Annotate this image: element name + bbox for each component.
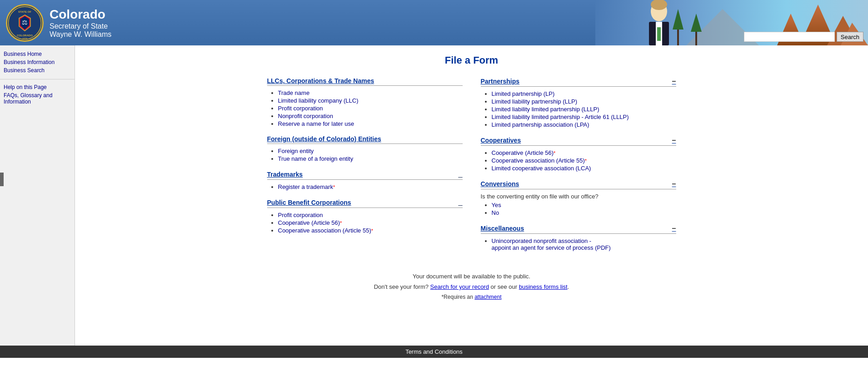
site-title: Colorado Secretary of State Wayne W. Wil… — [50, 7, 111, 39]
search-button[interactable]: Search — [837, 32, 863, 42]
site-header: STATE OF COLORADO 1876 ⚖ Colorado Secret… — [0, 0, 868, 45]
cooperatives-toggle: – — [672, 136, 676, 144]
state-seal: STATE OF COLORADO 1876 ⚖ — [5, 4, 44, 42]
llc-link[interactable]: Limited liability company (LLC) — [278, 97, 359, 104]
pb-profit-corp-link[interactable]: Profit corporation — [278, 212, 323, 218]
required-mark: * — [371, 228, 373, 233]
list-item: Profit corporation — [278, 105, 463, 112]
lllp61-link[interactable]: Limited liability limited partnership - … — [492, 114, 629, 120]
footer-note: Your document will be available to the p… — [93, 273, 850, 280]
nonprofit-link[interactable]: Nonprofit corporation — [278, 113, 333, 119]
svg-rect-10 — [677, 27, 679, 45]
list-item: Limited cooperative association (LCA) — [492, 165, 676, 172]
main-content: File a Form LLCs, Corporations & Trade N… — [75, 45, 868, 346]
pb-coop56-link[interactable]: Cooperative (Article 56)* — [278, 219, 342, 226]
list-item: Nonprofit corporation — [278, 113, 463, 119]
unincorporated-nonprofit-link[interactable]: Unincorporated nonprofit association -ap… — [492, 237, 611, 251]
section-header-partnerships[interactable]: Partnerships – — [481, 77, 676, 87]
right-column: Partnerships – Limited partnership (LP) … — [481, 77, 676, 259]
conversion-yes-link[interactable]: Yes — [492, 202, 501, 208]
sidebar-item-faqs[interactable]: FAQs, Glossary and Information — [0, 91, 75, 106]
lllp-link[interactable]: Limited liability limited partnership (L… — [492, 106, 599, 113]
svg-text:STATE OF: STATE OF — [18, 10, 31, 13]
section-header-public-benefit[interactable]: Public Benefit Corporations _ — [267, 198, 463, 208]
search-record-link[interactable]: Search for your record — [430, 283, 489, 290]
public-benefit-toggle: _ — [459, 198, 463, 207]
page-title: File a Form — [93, 54, 850, 66]
attachment-link[interactable]: attachment — [474, 294, 501, 300]
conversions-list: Yes No — [481, 202, 676, 216]
lpa-link[interactable]: Limited partnership association (LPA) — [492, 121, 589, 128]
list-item: Limited partnership (LP) — [492, 90, 676, 97]
content-grid: LLCs, Corporations & Trade Names Trade n… — [267, 77, 676, 259]
section-header-llcs[interactable]: LLCs, Corporations & Trade Names — [267, 77, 463, 86]
coop56-link[interactable]: Cooperative (Article 56)* — [492, 149, 556, 156]
svg-rect-12 — [695, 30, 697, 45]
lca-link[interactable]: Limited cooperative association (LCA) — [492, 165, 591, 172]
list-item: Cooperative (Article 56)* — [278, 219, 463, 226]
section-trademarks: Trademarks _ Register a trademark* — [267, 170, 463, 190]
sidebar-item-business-information[interactable]: Business Information — [0, 58, 75, 66]
trademarks-list: Register a trademark* — [267, 183, 463, 190]
trademarks-toggle: _ — [459, 170, 463, 178]
list-item: No — [492, 209, 676, 216]
conversion-question: Is the converting entity on file with ou… — [481, 193, 676, 200]
list-item: Cooperative association (Article 55)* — [278, 227, 463, 234]
foreign-list: Foreign entity True name of a foreign en… — [267, 148, 463, 162]
sidebar-item-business-home[interactable]: Business Home — [0, 50, 75, 58]
partnerships-list: Limited partnership (LP) Limited liabili… — [481, 90, 676, 128]
cooperatives-list: Cooperative (Article 56)* Cooperative as… — [481, 149, 676, 172]
list-item: Foreign entity — [278, 148, 463, 154]
trade-name-link[interactable]: Trade name — [278, 89, 310, 96]
section-header-conversions[interactable]: Conversions – — [481, 180, 676, 189]
pb-coop55-link[interactable]: Cooperative association (Article 55)* — [278, 227, 374, 234]
list-item: Limited liability limited partnership (L… — [492, 106, 676, 113]
header-photo: Search — [595, 0, 868, 45]
list-item: Register a trademark* — [278, 183, 463, 190]
search-area: Search — [744, 32, 863, 42]
list-item: Unincorporated nonprofit association -ap… — [492, 237, 676, 251]
llp-link[interactable]: Limited liability partnership (LLP) — [492, 98, 578, 105]
list-item: Limited partnership association (LPA) — [492, 121, 676, 128]
section-miscellaneous: Miscellaneous – Unincorporated nonprofit… — [481, 224, 676, 251]
sidebar-nav-help: Help on this Page FAQs, Glossary and Inf… — [0, 83, 75, 106]
profit-corp-link[interactable]: Profit corporation — [278, 105, 323, 112]
required-mark: * — [333, 184, 335, 190]
true-name-link[interactable]: True name of a foreign entity — [278, 155, 354, 162]
sidebar-item-business-search[interactable]: Business Search — [0, 66, 75, 74]
required-mark: * — [554, 150, 555, 156]
list-item: Trade name — [278, 89, 463, 96]
page-layout: Business Home Business Information Busin… — [0, 45, 868, 346]
sidebar-divider — [0, 79, 75, 79]
reserve-name-link[interactable]: Reserve a name for later use — [278, 120, 354, 127]
section-header-miscellaneous[interactable]: Miscellaneous – — [481, 224, 676, 234]
list-item: Limited liability limited partnership - … — [492, 114, 676, 120]
partnerships-toggle: – — [672, 77, 676, 85]
section-header-foreign[interactable]: Foreign (outside of Colorado) Entities — [267, 135, 463, 144]
svg-rect-21 — [657, 27, 661, 41]
svg-text:COLORADO: COLORADO — [17, 34, 33, 37]
sidebar-tab — [0, 173, 4, 186]
section-public-benefit: Public Benefit Corporations _ Profit cor… — [267, 198, 463, 234]
llcs-list: Trade name Limited liability company (LL… — [267, 89, 463, 127]
register-trademark-link[interactable]: Register a trademark* — [278, 183, 335, 190]
section-llcs: LLCs, Corporations & Trade Names Trade n… — [267, 77, 463, 127]
conversion-no-link[interactable]: No — [492, 209, 499, 216]
business-forms-list-link[interactable]: business forms list — [519, 283, 568, 290]
conversions-toggle: – — [672, 180, 676, 188]
list-item: Limited liability partnership (LLP) — [492, 98, 676, 105]
foreign-entity-link[interactable]: Foreign entity — [278, 148, 314, 154]
section-partnerships: Partnerships – Limited partnership (LP) … — [481, 77, 676, 128]
section-header-cooperatives[interactable]: Cooperatives – — [481, 136, 676, 146]
lp-link[interactable]: Limited partnership (LP) — [492, 90, 555, 97]
sidebar-item-help[interactable]: Help on this Page — [0, 83, 75, 91]
section-header-trademarks[interactable]: Trademarks _ — [267, 170, 463, 180]
left-column: LLCs, Corporations & Trade Names Trade n… — [267, 77, 463, 259]
search-input[interactable] — [744, 32, 835, 42]
footnote: *Requires an attachment — [93, 294, 850, 300]
list-item: True name of a foreign entity — [278, 155, 463, 162]
public-benefit-list: Profit corporation Cooperative (Article … — [267, 212, 463, 234]
svg-text:⚖: ⚖ — [22, 19, 28, 26]
coop-assoc55-link[interactable]: Cooperative association (Article 55)* — [492, 157, 587, 164]
list-item: Cooperative (Article 56)* — [492, 149, 676, 156]
